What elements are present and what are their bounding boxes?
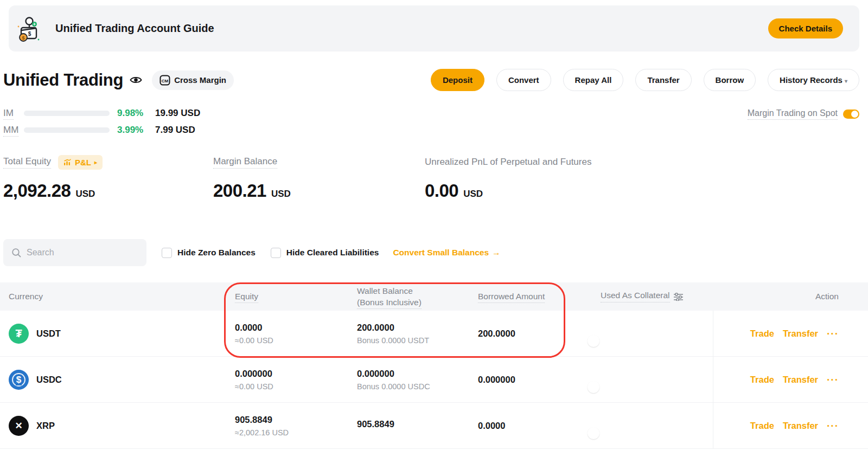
wallet-balance-cell: 200.0000 Bonus 0.0000 USDT	[348, 323, 469, 345]
mm-percent: 3.99%	[117, 125, 151, 136]
wallet-guide-icon: $ $	[16, 16, 41, 42]
convert-button[interactable]: Convert	[496, 69, 551, 91]
margin-balance-value: 200.21	[213, 181, 266, 201]
deposit-button[interactable]: Deposit	[431, 69, 484, 91]
unrealized-pnl-unit: USD	[463, 189, 483, 199]
equity-cell: 0.0000 ≈0.00 USD	[226, 323, 348, 345]
hide-zero-balances-filter[interactable]: Hide Zero Balances	[162, 248, 256, 258]
repay-all-button[interactable]: Repay All	[563, 69, 624, 91]
page-title: Unified Trading	[3, 70, 123, 90]
collateral-settings-icon[interactable]	[674, 293, 683, 301]
wallet-balance-cell: 905.8849	[348, 419, 469, 433]
margin-balance-stat: Margin Balance 200.21 USD	[213, 156, 425, 201]
guide-banner-title: Unified Trading Account Guide	[55, 22, 214, 35]
equity-cell: 0.000000 ≈0.00 USD	[226, 369, 348, 391]
search-input[interactable]	[27, 248, 130, 258]
cross-margin-icon: CM	[159, 75, 170, 86]
more-options-icon[interactable]: ···	[827, 420, 839, 432]
account-header: Unified Trading CM Cross Margin Deposit …	[3, 69, 859, 91]
usdc-icon: $	[9, 370, 29, 390]
asset-filter-bar: Hide Zero Balances Hide Cleared Liabilit…	[3, 239, 859, 266]
col-used-as-collateral[interactable]: Used As Collateral	[592, 291, 713, 302]
margin-balance-label: Margin Balance	[213, 156, 277, 169]
unrealized-pnl-stat: Unrealized PnL of Perpetual and Futures …	[425, 156, 591, 201]
pnl-chart-icon	[63, 159, 72, 166]
im-progress-bar	[24, 111, 110, 116]
unified-trading-page: $ $ Unified Trading Account Guide Check …	[0, 5, 868, 457]
convert-small-balances-link[interactable]: Convert Small Balances →	[393, 248, 500, 258]
total-equity-label: Total Equity	[3, 156, 51, 169]
borrow-button[interactable]: Borrow	[704, 69, 756, 91]
mm-ratio-row: MM 3.99% 7.99 USD	[3, 124, 200, 136]
im-percent: 9.98%	[117, 108, 151, 119]
margin-mode-label: Cross Margin	[174, 75, 226, 85]
trade-link[interactable]: Trade	[750, 421, 774, 431]
svg-text:$: $	[22, 35, 24, 40]
margin-trading-on-spot-label[interactable]: Margin Trading on Spot	[748, 108, 838, 120]
currency-cell: ✕ XRP	[0, 416, 226, 436]
borrowed-amount-cell: 0.0000	[469, 421, 592, 431]
transfer-link[interactable]: Transfer	[783, 329, 818, 339]
equity-cell: 905.8849 ≈2,002.16 USD	[226, 415, 348, 437]
hide-balance-eye-icon[interactable]	[130, 75, 142, 85]
history-records-dropdown[interactable]: History Records▾	[768, 69, 859, 91]
unrealized-pnl-label: Unrealized PnL of Perpetual and Futures	[425, 157, 591, 168]
margin-balance-unit: USD	[271, 189, 291, 199]
wallet-balance-cell: 0.000000 Bonus 0.0000 USDC	[348, 369, 469, 391]
action-cell: Trade Transfer ···	[713, 403, 868, 449]
hide-cleared-liabilities-filter[interactable]: Hide Cleared Liabilities	[271, 248, 379, 258]
svg-text:$: $	[28, 31, 31, 37]
usdt-icon: ₮	[9, 324, 29, 344]
svg-text:CM: CM	[162, 78, 169, 83]
mm-progress-bar	[24, 127, 110, 133]
unrealized-pnl-value: 0.00	[425, 181, 458, 201]
col-equity[interactable]: Equity	[226, 292, 348, 301]
asset-table-header: Currency Equity Wallet Balance (Bonus In…	[0, 282, 868, 311]
col-action: Action	[713, 292, 868, 301]
margin-ratio-section: IM 9.98% 19.99 USD MM 3.99% 7.99 USD Mar…	[3, 107, 859, 136]
search-icon	[11, 248, 21, 258]
transfer-link[interactable]: Transfer	[783, 375, 818, 385]
currency-cell: $ USDC	[0, 370, 226, 390]
total-equity-value: 2,092.28	[3, 181, 71, 201]
col-wallet-balance[interactable]: Wallet Balance (Bonus Inclusive)	[348, 285, 469, 308]
xrp-icon: ✕	[9, 416, 29, 436]
table-row-xrp: ✕ XRP 905.8849 ≈2,002.16 USD 905.8849 0.…	[0, 403, 868, 449]
pnl-badge[interactable]: P&L▸	[58, 155, 103, 170]
mm-usd-value: 7.99 USD	[155, 125, 195, 136]
guide-banner: $ $ Unified Trading Account Guide Check …	[9, 5, 859, 52]
account-actions: Deposit Convert Repay All Transfer Borro…	[431, 69, 859, 91]
table-row-usdc: $ USDC 0.000000 ≈0.00 USD 0.000000 Bonus…	[0, 357, 868, 403]
im-label: IM	[3, 108, 24, 119]
margin-mode-badge[interactable]: CM Cross Margin	[152, 70, 234, 90]
borrowed-amount-cell: 0.000000	[469, 375, 592, 385]
hide-zero-balances-checkbox[interactable]	[162, 248, 172, 258]
more-options-icon[interactable]: ···	[827, 374, 839, 386]
currency-cell: ₮ USDT	[0, 324, 226, 344]
arrow-right-icon: →	[492, 248, 501, 258]
check-details-button[interactable]: Check Details	[768, 18, 843, 38]
col-currency: Currency	[0, 292, 226, 301]
currency-symbol: USDT	[36, 329, 61, 339]
col-borrowed-amount[interactable]: Borrowed Amount	[469, 292, 592, 301]
total-equity-stat: Total Equity P&L▸ 2,092.28 USD	[3, 156, 213, 201]
transfer-button[interactable]: Transfer	[635, 69, 691, 91]
hide-zero-balances-label: Hide Zero Balances	[177, 248, 256, 258]
borrowed-amount-cell: 200.0000	[469, 329, 592, 339]
trade-link[interactable]: Trade	[750, 375, 774, 385]
action-cell: Trade Transfer ···	[713, 357, 868, 403]
currency-symbol: USDC	[36, 375, 62, 385]
hide-cleared-liabilities-label: Hide Cleared Liabilities	[286, 248, 379, 258]
search-box[interactable]	[3, 239, 146, 266]
trade-link[interactable]: Trade	[750, 329, 774, 339]
margin-trading-on-spot-toggle[interactable]	[843, 110, 859, 119]
more-options-icon[interactable]: ···	[827, 328, 839, 340]
im-ratio-row: IM 9.98% 19.99 USD	[3, 107, 200, 119]
margin-trading-on-spot: Margin Trading on Spot	[748, 108, 859, 120]
chevron-down-icon: ▾	[845, 78, 847, 84]
transfer-link[interactable]: Transfer	[783, 421, 818, 431]
caret-right-icon: ▸	[94, 159, 97, 165]
total-equity-unit: USD	[75, 189, 95, 199]
hide-cleared-liabilities-checkbox[interactable]	[271, 248, 281, 258]
table-row-usdt: ₮ USDT 0.0000 ≈0.00 USD 200.0000 Bonus 0…	[0, 311, 868, 357]
